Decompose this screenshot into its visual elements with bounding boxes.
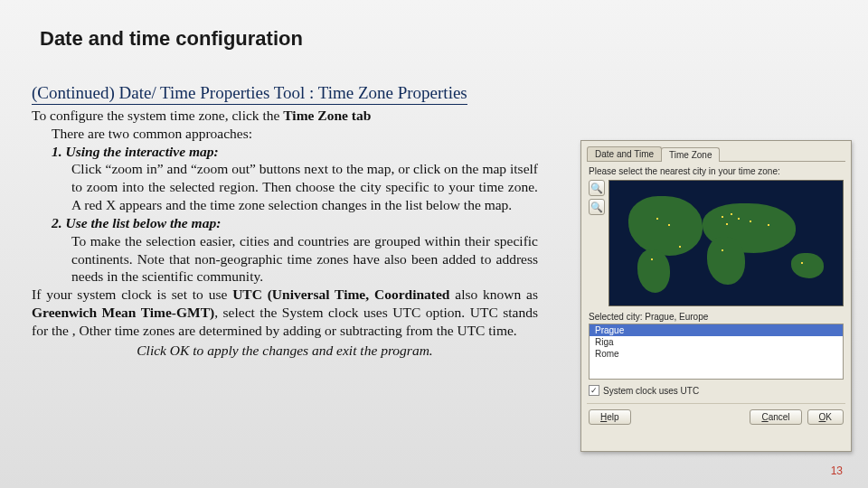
list-item[interactable]: Rome	[590, 348, 843, 360]
help-r: elp	[607, 412, 618, 422]
approaches-line: There are two common approaches:	[32, 125, 538, 143]
utc-d: Greenwich Mean Time-GMT)	[32, 305, 214, 320]
world-map[interactable]	[609, 180, 844, 306]
closing-line: Click OK to apply the changes and exit t…	[32, 342, 538, 360]
utc-checkbox-label: System clock uses UTC	[603, 386, 699, 396]
intro-a: To configure the system time zone, click…	[32, 108, 283, 123]
body-text: To configure the system time zone, click…	[32, 107, 538, 360]
utc-a: If your system clock is set to use	[32, 286, 232, 302]
cancel-r: ancel	[769, 412, 790, 422]
zoom-out-button[interactable]: 🔍	[589, 199, 605, 215]
utc-b: UTC (Universal Time, Coordinated	[232, 286, 449, 302]
tab-date-and-time[interactable]: Date and Time	[587, 146, 662, 161]
utc-paragraph: If your system clock is set to use UTC (…	[32, 286, 538, 339]
tab-time-zone[interactable]: Time Zone	[661, 147, 720, 162]
ok-r: K	[826, 412, 832, 422]
method1-text: Click “zoom in” and “zoom out” buttons n…	[32, 160, 538, 213]
utc-c: also known as	[449, 286, 538, 302]
ok-button[interactable]: OK	[807, 409, 844, 425]
zoom-in-icon: 🔍	[590, 183, 603, 194]
cancel-u: C	[761, 412, 768, 422]
section-subtitle: (Continued) Date/ Time Properties Tool :…	[32, 83, 467, 105]
method1-heading: 1. Using the interactive map:	[32, 143, 538, 161]
timezone-dialog: Date and Time Time Zone Please select th…	[580, 140, 852, 452]
intro-b: Time Zone tab	[283, 108, 371, 123]
checkbox-icon[interactable]: ✓	[589, 385, 599, 396]
help-button[interactable]: Help	[589, 409, 631, 425]
list-item[interactable]: Riga	[590, 336, 843, 348]
zoom-in-button[interactable]: 🔍	[589, 180, 605, 196]
map-zoom-controls: 🔍 🔍	[589, 180, 605, 306]
city-listbox[interactable]: Prague Riga Rome	[589, 324, 844, 380]
tab-strip: Date and Time Time Zone	[581, 141, 851, 161]
intro-line: To configure the system time zone, click…	[32, 107, 538, 125]
page-number: 13	[831, 465, 843, 477]
utc-checkbox-row[interactable]: ✓ System clock uses UTC	[581, 380, 851, 401]
zoom-out-icon: 🔍	[590, 202, 603, 213]
cancel-button[interactable]: Cancel	[750, 409, 801, 425]
method2-text: To make the selection easier, cities and…	[32, 232, 538, 286]
method2-heading: 2. Use the list below the map:	[32, 214, 538, 232]
list-item[interactable]: Prague	[590, 324, 843, 336]
page-title: Date and time configuration	[40, 27, 303, 51]
selected-city-label: Selected city: Prague, Europe	[581, 306, 851, 324]
dialog-hint: Please select the nearest city in your t…	[581, 162, 851, 180]
